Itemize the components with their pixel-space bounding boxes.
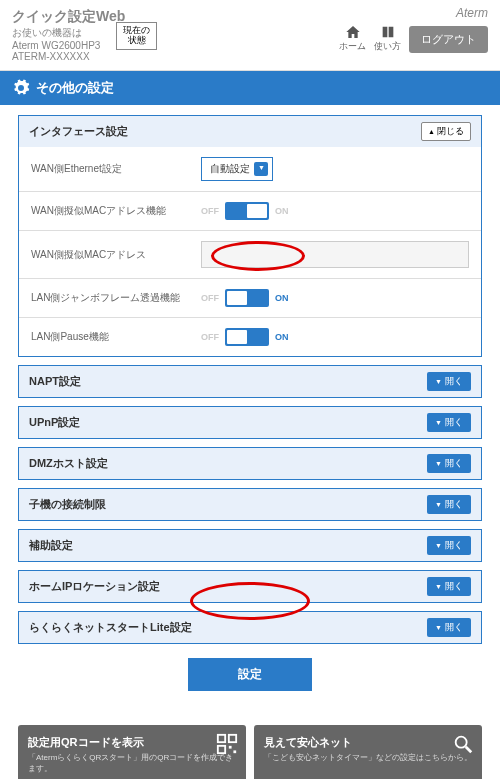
wan-eth-select[interactable]: 自動設定 (201, 157, 273, 181)
open-button[interactable]: 開く (427, 536, 471, 555)
gear-icon (12, 79, 30, 97)
open-button[interactable]: 開く (427, 618, 471, 637)
svg-rect-0 (218, 735, 225, 742)
svg-rect-4 (233, 750, 236, 753)
interface-panel: インタフェース設定 閉じる WAN側Ethernet設定 自動設定 WAN側擬似… (18, 115, 482, 357)
row-lan-pause: LAN側Pause機能 OFF ON (19, 318, 481, 356)
wan-mac-toggle[interactable]: OFF ON (201, 202, 289, 220)
row-lan-jumbo: LAN側ジャンボフレーム透過機能 OFF ON (19, 279, 481, 318)
status-button[interactable]: 現在の 状態 (116, 22, 157, 50)
logout-button[interactable]: ログアウト (409, 26, 488, 53)
panel-upnp[interactable]: UPnP設定開く (18, 406, 482, 439)
interface-panel-header[interactable]: インタフェース設定 閉じる (19, 116, 481, 147)
panel-home-ip[interactable]: ホームIPロケーション設定開く (18, 570, 482, 603)
qr-card[interactable]: 設定用QRコードを表示 「AtermらくらくQRスタート」用のQRコードを作成で… (18, 725, 246, 779)
svg-rect-2 (218, 746, 225, 753)
section-header: その他の設定 (0, 71, 500, 105)
open-button[interactable]: 開く (427, 413, 471, 432)
apply-button[interactable]: 設定 (188, 658, 312, 691)
safe-net-card[interactable]: 見えて安心ネット 「こども安心ネットタイマー」などの設定はこちらから。 (254, 725, 482, 779)
svg-point-5 (456, 737, 467, 748)
panel-dmz[interactable]: DMZホスト設定開く (18, 447, 482, 480)
svg-line-6 (466, 747, 472, 753)
qr-icon (216, 733, 238, 755)
brand-logo: Aterm (456, 6, 488, 20)
guide-icon[interactable]: 使い方 (374, 24, 401, 53)
wan-mac-input[interactable] (201, 241, 469, 268)
open-button[interactable]: 開く (427, 495, 471, 514)
open-button[interactable]: 開く (427, 454, 471, 473)
panel-easy-start[interactable]: らくらくネットスタートLite設定開く (18, 611, 482, 644)
svg-rect-3 (229, 746, 232, 749)
panel-aux[interactable]: 補助設定開く (18, 529, 482, 562)
svg-rect-1 (229, 735, 236, 742)
row-wan-mac-func: WAN側擬似MACアドレス機能 OFF ON (19, 192, 481, 231)
row-wan-mac-addr: WAN側擬似MACアドレス (19, 231, 481, 279)
panel-close-button[interactable]: 閉じる (421, 122, 471, 141)
panel-client-limit[interactable]: 子機の接続制限開く (18, 488, 482, 521)
row-wan-ethernet: WAN側Ethernet設定 自動設定 (19, 147, 481, 192)
section-title: その他の設定 (36, 79, 114, 97)
lan-pause-toggle[interactable]: OFF ON (201, 328, 289, 346)
open-button[interactable]: 開く (427, 372, 471, 391)
home-icon[interactable]: ホーム (339, 24, 366, 53)
magnifier-icon (452, 733, 474, 755)
topbar: クイック設定Web お使いの機器は Aterm WG2600HP3 ATERM-… (0, 0, 500, 71)
open-button[interactable]: 開く (427, 577, 471, 596)
panel-title: インタフェース設定 (29, 124, 128, 139)
lan-jumbo-toggle[interactable]: OFF ON (201, 289, 289, 307)
panel-napt[interactable]: NAPT設定開く (18, 365, 482, 398)
